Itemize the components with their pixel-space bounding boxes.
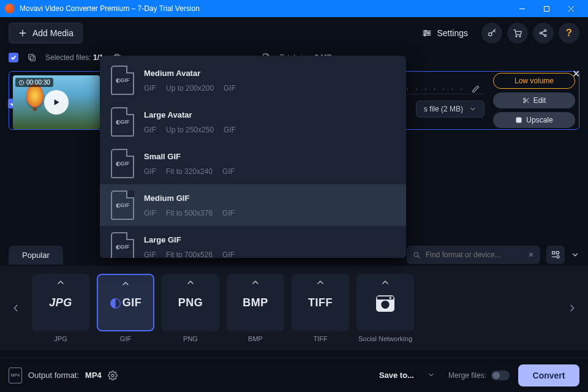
svg-point-16	[519, 36, 521, 37]
output-format: MP4 Output format: MP4	[9, 368, 118, 383]
format-caption: JPG	[54, 335, 67, 342]
format-caption: PNG	[183, 335, 198, 342]
item-duration: 00:00:30	[15, 78, 53, 87]
item-filename-line: · · · · · · ·	[407, 84, 484, 94]
window-close-button[interactable]	[559, 0, 583, 17]
gif-file-icon: ◐GIF	[111, 107, 134, 137]
format-caption: TIFF	[313, 335, 327, 342]
format-caption: Social Networking	[358, 335, 412, 342]
chevron-up-icon	[56, 277, 66, 287]
low-volume-button[interactable]: Low volume	[493, 73, 575, 89]
share-icon	[538, 28, 548, 38]
svg-marker-25	[55, 99, 59, 105]
key-icon	[487, 28, 497, 38]
gear-icon[interactable]	[108, 371, 118, 380]
svg-line-21	[541, 34, 545, 36]
selected-files-label: Selected files: 1/1	[45, 53, 104, 62]
format-tile-social[interactable]	[356, 274, 414, 331]
chevron-up-icon	[380, 277, 390, 287]
window-minimize-button[interactable]	[510, 0, 534, 17]
clock-icon	[18, 80, 24, 86]
svg-rect-23	[29, 55, 34, 59]
svg-point-10	[428, 32, 430, 34]
plus-icon	[18, 28, 28, 38]
search-clear-button[interactable]: ✕	[528, 251, 534, 259]
add-media-label: Add Media	[32, 28, 74, 38]
save-to-dropdown[interactable]	[423, 366, 440, 385]
chevron-down-icon	[469, 105, 477, 113]
main-toolbar: Add Media Settings ?	[0, 17, 588, 49]
svg-point-9	[425, 30, 427, 32]
item-thumbnail[interactable]: 00:00:30	[13, 75, 100, 129]
svg-line-14	[494, 31, 495, 32]
app-icon	[5, 4, 15, 13]
format-strip: JPG JPG ◐GIF GIF PNG PNG BMP BMP	[0, 266, 588, 350]
format-tile-tiff[interactable]: TIFF	[292, 274, 349, 331]
gif-file-icon: ◐GIF	[111, 190, 134, 220]
svg-rect-34	[556, 252, 559, 254]
svg-line-20	[541, 31, 545, 33]
footer: MP4 Output format: MP4 Save to... Merge …	[0, 358, 588, 392]
convert-button[interactable]: Convert	[518, 364, 579, 386]
chevron-down-icon	[428, 371, 435, 379]
collapse-chevron-icon[interactable]	[571, 251, 579, 259]
select-all-checkbox[interactable]	[9, 53, 18, 62]
preset-medium-gif[interactable]: ◐GIF Medium GIF GIFFit to 500x376GIF	[100, 184, 406, 226]
chevron-up-icon	[251, 277, 260, 287]
play-icon	[51, 97, 61, 107]
format-caption: GIF	[120, 335, 131, 342]
chevron-up-icon	[186, 277, 195, 287]
settings-label: Settings	[437, 28, 468, 38]
preset-small-gif[interactable]: ◐GIF Small GIF GIFFit to 320x240GIF	[100, 143, 406, 184]
help-icon: ?	[566, 28, 572, 39]
scissors-icon	[522, 97, 530, 104]
gif-file-icon: ◐GIF	[111, 66, 134, 95]
play-button[interactable]	[44, 90, 69, 115]
add-media-button[interactable]: Add Media	[9, 23, 83, 43]
sliders-icon	[422, 28, 432, 38]
svg-rect-1	[544, 6, 549, 11]
edit-button[interactable]: Edit	[493, 92, 575, 108]
grid-icon	[551, 250, 560, 260]
copy-icon	[27, 53, 37, 62]
mp4-file-icon: MP4	[9, 368, 22, 383]
filter-button[interactable]	[546, 246, 565, 264]
preset-large-avatar[interactable]: ◐GIF Large Avatar GIFUp to 250x250GIF	[100, 101, 406, 143]
save-to-button[interactable]: Save to...	[372, 367, 421, 383]
key-button[interactable]	[481, 23, 502, 43]
cart-icon	[513, 28, 522, 38]
search-icon	[413, 251, 421, 259]
upscale-button[interactable]: Upscale	[493, 112, 575, 128]
pencil-icon[interactable]	[471, 84, 481, 94]
svg-point-11	[424, 34, 426, 36]
svg-point-40	[390, 297, 391, 299]
settings-button[interactable]: Settings	[413, 23, 477, 43]
format-tile-jpg[interactable]: JPG	[32, 274, 89, 331]
item-remove-button[interactable]: ✕	[572, 68, 580, 80]
preset-medium-avatar[interactable]: ◐GIF Medium Avatar GIFUp to 200x200GIF	[100, 59, 406, 101]
format-search-input[interactable]	[426, 251, 523, 259]
format-tile-gif[interactable]: ◐GIF	[97, 274, 154, 331]
gif-file-icon: ◐GIF	[111, 149, 134, 178]
tab-popular[interactable]: Popular	[9, 246, 63, 265]
chevron-up-icon	[121, 279, 130, 288]
svg-line-32	[418, 255, 420, 257]
strip-next-button[interactable]	[565, 303, 579, 313]
format-tile-png[interactable]: PNG	[162, 274, 219, 331]
item-size-dropdown[interactable]: s file (2 MB)	[416, 100, 484, 118]
format-preset-dropdown: ◐GIF Medium Avatar GIFUp to 200x200GIF ◐…	[100, 56, 406, 258]
window-maximize-button[interactable]	[534, 0, 559, 17]
format-search[interactable]: ✕	[407, 246, 540, 264]
share-button[interactable]	[533, 23, 554, 43]
strip-prev-button[interactable]	[9, 303, 23, 313]
gif-file-icon: ◐GIF	[111, 232, 134, 258]
format-tile-bmp[interactable]: BMP	[227, 274, 284, 331]
merge-files-control: Merge files:	[448, 371, 510, 380]
help-button[interactable]: ?	[559, 23, 579, 43]
cart-button[interactable]	[507, 23, 528, 43]
preset-large-gif[interactable]: ◐GIF Large GIF GIFFit to 700x526GIF	[100, 226, 406, 258]
merge-toggle[interactable]	[491, 371, 510, 380]
camera-icon	[373, 290, 398, 315]
chevron-up-icon	[315, 277, 325, 287]
svg-rect-22	[30, 56, 35, 61]
